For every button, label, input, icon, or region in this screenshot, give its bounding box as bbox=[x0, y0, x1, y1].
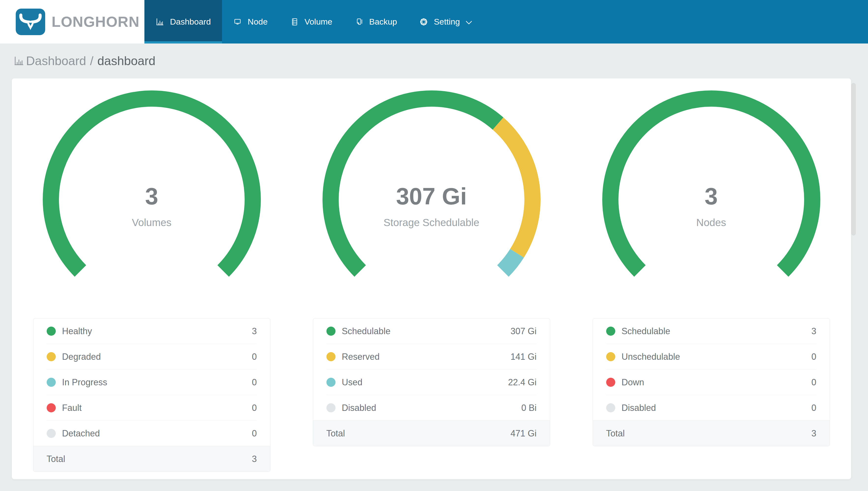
legend-dot bbox=[606, 378, 615, 387]
gauge-center-label: Nodes bbox=[598, 217, 824, 229]
nav-item-setting[interactable]: Setting bbox=[408, 0, 484, 44]
legend-dot bbox=[606, 403, 615, 412]
legend-row: Down0 bbox=[593, 370, 830, 395]
nav-item-backup[interactable]: Backup bbox=[344, 0, 408, 44]
gauge-center-value: 3 bbox=[39, 183, 265, 210]
legend-label: In Progress bbox=[62, 377, 246, 387]
nav-item-dashboard[interactable]: Dashboard bbox=[145, 0, 222, 44]
legend-row: Schedulable307 Gi bbox=[313, 318, 550, 344]
volume-icon bbox=[290, 18, 299, 26]
legend-row: Fault0 bbox=[33, 395, 270, 421]
legend-total-row: Total471 Gi bbox=[313, 421, 550, 446]
scrollbar-thumb[interactable] bbox=[851, 83, 856, 235]
nodes-gauge: 3 Nodes bbox=[598, 87, 824, 295]
legend-dot bbox=[327, 403, 336, 412]
gauge-center-value: 3 bbox=[598, 183, 824, 210]
volumes-legend-table: Healthy3Degraded0In Progress0Fault0Detac… bbox=[33, 318, 271, 472]
longhorn-bull-icon bbox=[16, 9, 45, 35]
legend-label: Degraded bbox=[62, 352, 246, 362]
legend-dot bbox=[46, 352, 56, 361]
legend-row: Disabled0 Bi bbox=[313, 395, 550, 421]
logo[interactable]: LONGHORN bbox=[0, 0, 145, 44]
legend-dot bbox=[46, 429, 56, 438]
legend-value: 3 bbox=[252, 326, 257, 337]
legend-label: Disabled bbox=[622, 403, 805, 413]
legend-row: Detached0 bbox=[33, 421, 270, 446]
total-value: 471 Gi bbox=[510, 428, 536, 439]
gauge-center-label: Volumes bbox=[39, 217, 265, 229]
legend-row: Degraded0 bbox=[33, 344, 270, 369]
legend-value: 0 bbox=[811, 403, 816, 413]
nav-item-label: Backup bbox=[369, 17, 397, 27]
legend-total-row: Total3 bbox=[33, 446, 270, 471]
legend-total-row: Total3 bbox=[593, 421, 830, 446]
total-value: 3 bbox=[811, 428, 816, 439]
chevron-down-icon bbox=[466, 17, 472, 27]
nodes-column: 3 Nodes Schedulable3Unschedulable0Down0D… bbox=[571, 78, 851, 479]
nav-item-volume[interactable]: Volume bbox=[279, 0, 344, 44]
breadcrumb-separator: / bbox=[90, 54, 94, 68]
legend-row: Healthy3 bbox=[33, 318, 270, 344]
legend-label: Disabled bbox=[342, 403, 515, 413]
total-label: Total bbox=[46, 454, 252, 464]
volumes-gauge: 3 Volumes bbox=[39, 87, 265, 295]
bar-chart-icon bbox=[156, 18, 164, 26]
legend-label: Down bbox=[622, 377, 805, 387]
legend-label: Healthy bbox=[62, 326, 246, 337]
gauge-center-value: 307 Gi bbox=[318, 183, 545, 210]
total-value: 3 bbox=[252, 454, 257, 464]
legend-label: Schedulable bbox=[622, 326, 805, 337]
gauge-center-label: Storage Schedulable bbox=[318, 217, 545, 229]
backup-icon bbox=[355, 18, 363, 26]
breadcrumb-dashboard-link[interactable]: Dashboard bbox=[14, 54, 86, 68]
legend-value: 0 bbox=[811, 377, 816, 387]
legend-row: Reserved141 Gi bbox=[313, 344, 550, 369]
storage-column: 307 Gi Storage Schedulable Schedulable30… bbox=[291, 78, 571, 479]
breadcrumb-section: Dashboard bbox=[26, 54, 86, 68]
legend-value: 0 bbox=[252, 403, 257, 413]
nav-item-label: Volume bbox=[305, 17, 332, 27]
legend-label: Reserved bbox=[342, 352, 504, 362]
legend-value: 0 bbox=[252, 377, 257, 387]
node-icon bbox=[233, 18, 242, 26]
legend-value: 3 bbox=[811, 326, 816, 337]
legend-dot bbox=[606, 326, 615, 336]
legend-label: Detached bbox=[62, 428, 246, 439]
nav-item-node[interactable]: Node bbox=[222, 0, 279, 44]
nav-item-label: Dashboard bbox=[170, 17, 211, 27]
legend-dot bbox=[46, 403, 56, 412]
total-label: Total bbox=[606, 428, 811, 439]
legend-value: 0 bbox=[811, 352, 816, 362]
header: LONGHORN Dashboard Node Volume bbox=[0, 0, 868, 44]
legend-dot bbox=[46, 378, 56, 387]
legend-label: Fault bbox=[62, 403, 246, 413]
legend-value: 0 bbox=[252, 352, 257, 362]
legend-value: 22.4 Gi bbox=[508, 377, 536, 387]
legend-value: 141 Gi bbox=[510, 352, 536, 362]
legend-row: Used22.4 Gi bbox=[313, 370, 550, 395]
breadcrumb-current: dashboard bbox=[97, 54, 155, 68]
nodes-legend-table: Schedulable3Unschedulable0Down0Disabled0… bbox=[593, 318, 830, 446]
legend-row: Disabled0 bbox=[593, 395, 830, 421]
bar-chart-icon bbox=[14, 56, 24, 66]
legend-label: Used bbox=[342, 377, 502, 387]
storage-legend-table: Schedulable307 GiReserved141 GiUsed22.4 … bbox=[313, 318, 550, 446]
legend-value: 0 bbox=[252, 428, 257, 439]
legend-value: 307 Gi bbox=[510, 326, 536, 337]
logo-text: LONGHORN bbox=[52, 13, 140, 30]
legend-row: Unschedulable0 bbox=[593, 344, 830, 369]
legend-label: Unschedulable bbox=[622, 352, 805, 362]
nav-item-label: Setting bbox=[434, 17, 460, 27]
nav-item-label: Node bbox=[248, 17, 268, 27]
legend-row: In Progress0 bbox=[33, 370, 270, 395]
storage-gauge: 307 Gi Storage Schedulable bbox=[318, 87, 545, 295]
breadcrumb: Dashboard / dashboard bbox=[0, 44, 868, 78]
dashboard-card: 3 Volumes Healthy3Degraded0In Progress0F… bbox=[12, 78, 851, 479]
legend-dot bbox=[606, 352, 615, 361]
legend-row: Schedulable3 bbox=[593, 318, 830, 344]
gear-icon bbox=[420, 18, 428, 26]
legend-dot bbox=[327, 378, 336, 387]
volumes-column: 3 Volumes Healthy3Degraded0In Progress0F… bbox=[12, 78, 291, 479]
main-nav: Dashboard Node Volume Backup bbox=[145, 0, 484, 44]
legend-dot bbox=[327, 352, 336, 361]
